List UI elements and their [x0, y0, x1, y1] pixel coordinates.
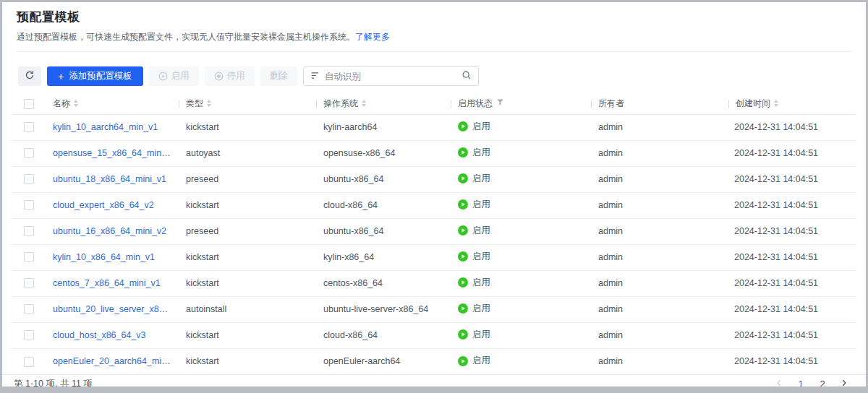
row-name-link[interactable]: cloud_host_x86_64_v3: [53, 330, 146, 340]
header-divider: [17, 51, 851, 52]
column-header-created[interactable]: 创建时间: [728, 93, 856, 114]
row-checkbox[interactable]: [24, 357, 34, 367]
row-checkbox[interactable]: [24, 148, 34, 158]
row-owner: admin: [598, 226, 623, 236]
table-row: opensuse_15_x86_64_mini_v1 autoyast open…: [12, 140, 856, 166]
row-created: 2024-12-31 14:04:51: [734, 226, 818, 236]
column-header-os[interactable]: 操作系统: [316, 93, 451, 114]
enable-button[interactable]: 启用: [149, 66, 199, 86]
row-checkbox[interactable]: [24, 122, 34, 132]
filter-funnel-icon[interactable]: [496, 98, 504, 108]
row-os: openEuler-aarch64: [323, 356, 400, 366]
sort-icon: [362, 100, 366, 107]
status-label: 启用: [472, 251, 490, 263]
status-enabled-icon: [458, 356, 468, 366]
play-circle-icon: [158, 72, 168, 81]
filter-lines-icon: [310, 70, 320, 83]
row-name-link[interactable]: cloud_expert_x86_64_v2: [53, 200, 154, 210]
row-type: preseed: [186, 226, 218, 236]
pagination: 1 2: [770, 375, 853, 392]
status-label: 启用: [472, 329, 490, 341]
row-os: opensuse-x86_64: [323, 148, 395, 158]
table-row: openEuler_20_aarch64_min_v1 kickstart op…: [12, 348, 856, 374]
status-badge: 启用: [458, 329, 490, 341]
column-header-name[interactable]: 名称: [46, 93, 179, 114]
status-badge: 启用: [458, 121, 490, 133]
column-header-status[interactable]: 启用状态: [451, 93, 591, 114]
status-enabled-icon: [458, 303, 468, 314]
disable-label: 停用: [227, 70, 245, 82]
row-owner: admin: [598, 356, 623, 366]
row-owner: admin: [598, 122, 623, 132]
row-type: autoinstall: [186, 304, 226, 314]
row-owner: admin: [598, 278, 623, 288]
row-checkbox[interactable]: [24, 304, 34, 314]
enable-label: 启用: [171, 70, 190, 82]
row-type: kickstart: [186, 122, 219, 132]
pagination-next-button[interactable]: [835, 375, 853, 392]
status-badge: 启用: [458, 225, 490, 237]
row-type: kickstart: [186, 356, 219, 366]
row-type: autoyast: [186, 148, 220, 158]
search-box: [303, 66, 479, 86]
row-type: kickstart: [186, 252, 219, 262]
row-os: centos-x86_64: [323, 278, 383, 288]
row-owner: admin: [598, 330, 623, 340]
row-name-link[interactable]: ubuntu_20_live_server_x86_64_mini_...: [53, 304, 179, 314]
status-label: 启用: [472, 147, 490, 159]
status-enabled-icon: [458, 173, 468, 183]
plus-icon: +: [58, 72, 64, 82]
row-name-link[interactable]: centos_7_x86_64_mini_v1: [53, 278, 161, 288]
pagination-summary: 第 1-10 项, 共 11 项: [14, 378, 93, 390]
add-template-button[interactable]: + 添加预配置模板: [47, 66, 143, 86]
status-enabled-icon: [458, 277, 468, 288]
row-checkbox[interactable]: [24, 330, 34, 340]
row-name-link[interactable]: kylin_10_aarch64_min_v1: [53, 122, 158, 132]
select-all-checkbox[interactable]: [24, 99, 34, 109]
status-badge: 启用: [458, 147, 490, 159]
search-input[interactable]: [325, 72, 456, 82]
status-enabled-icon: [458, 147, 468, 157]
row-name-link[interactable]: kylin_10_x86_64_min_v1: [53, 252, 155, 262]
pagination-page-2[interactable]: 2: [814, 375, 831, 392]
pagination-prev-button[interactable]: [770, 375, 788, 392]
row-os: ubuntu-live-server-x86_64: [323, 304, 428, 314]
refresh-button[interactable]: [18, 66, 41, 86]
row-name-link[interactable]: opensuse_15_x86_64_mini_v1: [53, 148, 178, 158]
row-checkbox[interactable]: [24, 226, 34, 236]
learn-more-link[interactable]: 了解更多: [355, 32, 390, 42]
row-created: 2024-12-31 14:04:51: [734, 330, 818, 340]
row-checkbox[interactable]: [24, 252, 34, 262]
disable-button[interactable]: 停用: [205, 66, 255, 86]
delete-button[interactable]: 删除: [260, 66, 297, 86]
row-owner: admin: [598, 148, 623, 158]
row-checkbox[interactable]: [24, 200, 34, 210]
table-row: ubuntu_20_live_server_x86_64_mini_... au…: [12, 296, 856, 322]
column-label: 创建时间: [736, 98, 770, 110]
pagination-page-1[interactable]: 1: [792, 375, 809, 392]
column-header-type[interactable]: 类型: [179, 93, 316, 114]
status-label: 启用: [472, 121, 490, 133]
sort-icon: [207, 100, 211, 107]
row-checkbox[interactable]: [24, 278, 34, 288]
row-name-link[interactable]: openEuler_20_aarch64_min_v1: [53, 356, 179, 366]
search-icon[interactable]: [461, 70, 472, 83]
page-description: 通过预配置模板，可快速生成预配置文件，实现无人值守批量安装裸金属主机操作系统。了…: [17, 31, 851, 43]
row-created: 2024-12-31 14:04:51: [734, 122, 818, 132]
row-name-link[interactable]: ubuntu_18_x86_64_mini_v1: [53, 174, 166, 184]
app-window: 预配置模板 通过预配置模板，可快速生成预配置文件，实现无人值守批量安装裸金属主机…: [0, 0, 868, 393]
toolbar: + 添加预配置模板 启用 停用 删除: [18, 66, 851, 86]
row-name-link[interactable]: ubuntu_16_x86_64_mini_v2: [53, 226, 166, 236]
row-created: 2024-12-31 14:04:51: [734, 252, 818, 262]
chevron-left-icon: [775, 379, 783, 389]
status-enabled-icon: [458, 225, 468, 236]
table-body: kylin_10_aarch64_min_v1 kickstart kylin-…: [12, 114, 856, 374]
row-owner: admin: [598, 304, 623, 314]
page-title: 预配置模板: [17, 9, 851, 25]
column-label: 启用状态: [458, 98, 493, 110]
row-owner: admin: [598, 174, 623, 184]
table-footer: 第 1-10 项, 共 11 项 1 2: [2, 374, 866, 392]
status-label: 启用: [472, 225, 490, 237]
row-created: 2024-12-31 14:04:51: [734, 278, 818, 288]
row-checkbox[interactable]: [24, 174, 34, 184]
